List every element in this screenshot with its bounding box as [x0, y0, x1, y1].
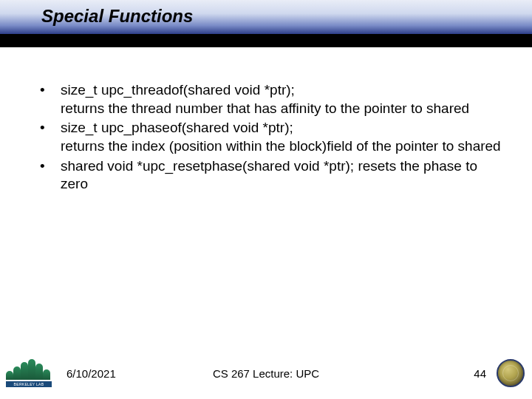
title-underline — [0, 34, 532, 47]
bullet-marker: • — [40, 119, 61, 155]
bullet-line: size_t upc_phaseof(shared void *ptr); — [61, 120, 293, 135]
bullet-line: size_t upc_threadof(shared void *ptr); — [61, 82, 295, 98]
bullet-text: size_t upc_threadof(shared void *ptr); r… — [61, 81, 502, 117]
footer-page-number: 44 — [474, 367, 486, 380]
bullet-item: • size_t upc_threadof(shared void *ptr);… — [40, 81, 502, 117]
bullet-line: returns the thread number that has affin… — [61, 100, 469, 116]
bullet-line: returns the index (position within the b… — [61, 138, 501, 154]
slide-body: • size_t upc_threadof(shared void *ptr);… — [40, 81, 502, 195]
seal-icon — [497, 359, 525, 387]
bullet-item: • shared void *upc_resetphase(shared voi… — [40, 157, 502, 194]
footer-date: 6/10/2021 — [66, 367, 116, 380]
title-bar: Special Functions — [0, 0, 532, 34]
bullet-line: shared void *upc_resetphase(shared void … — [61, 158, 477, 192]
slide-footer: BERKELEY LAB 6/10/2021 CS 267 Lecture: U… — [0, 355, 532, 390]
bullet-item: • size_t upc_phaseof(shared void *ptr); … — [40, 119, 502, 155]
slide-title: Special Functions — [41, 6, 532, 27]
bullet-marker: • — [40, 81, 61, 117]
berkeley-lab-logo: BERKELEY LAB — [6, 359, 58, 390]
bullet-text: shared void *upc_resetphase(shared void … — [61, 157, 502, 194]
logo-arches-icon — [6, 359, 50, 380]
bullet-text: size_t upc_phaseof(shared void *ptr); re… — [61, 119, 502, 155]
footer-lecture-title: CS 267 Lecture: UPC — [213, 367, 319, 380]
bullet-marker: • — [40, 157, 61, 194]
slide-header: Special Functions — [0, 0, 532, 47]
logo-label: BERKELEY LAB — [6, 381, 52, 387]
